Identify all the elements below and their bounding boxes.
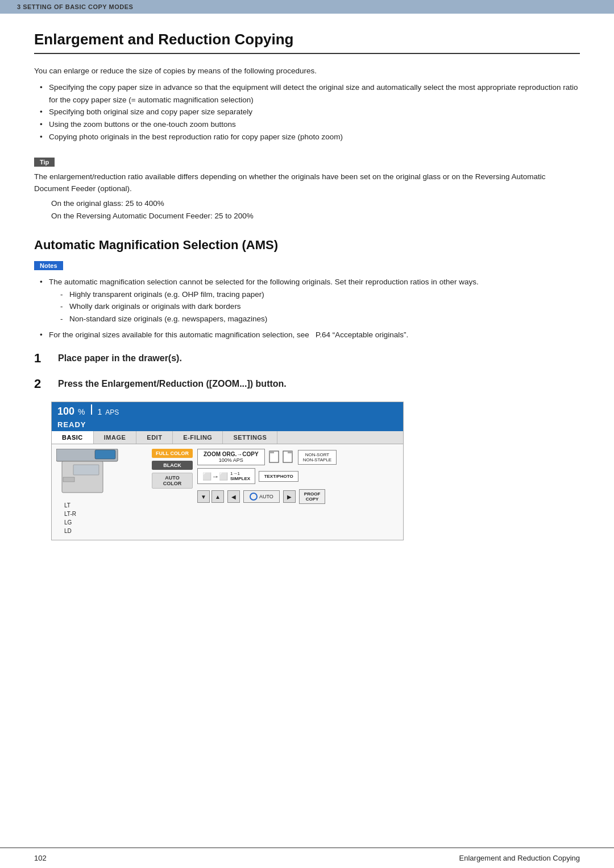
auto-color-button[interactable]: AUTO COLOR xyxy=(152,473,193,489)
intro-text: You can enlarge or reduce the size of co… xyxy=(34,65,580,77)
ui-pct-sign: % xyxy=(78,407,85,416)
ui-separator xyxy=(91,404,92,415)
simplex-text: SIMPLEX xyxy=(230,476,250,481)
main-title: Enlargement and Reduction Copying xyxy=(34,31,580,54)
list-item: Specifying the copy paper size in advanc… xyxy=(40,81,580,106)
ui-bottom-row: ▼ ▲ ◀ AUTO ▶ PROOF COPY xyxy=(197,489,399,504)
notes-bullet-list: The automatic magnification selection ca… xyxy=(40,276,580,341)
proof-copy-button[interactable]: PROOF COPY xyxy=(299,489,325,504)
ui-aps: APS xyxy=(105,408,119,416)
ui-left-panel: LT LT-R LG LD xyxy=(56,449,147,535)
nav-arrows: ▼ ▲ xyxy=(197,490,224,503)
list-item: Using the zoom buttons or the one-touch … xyxy=(40,118,580,131)
step-2-text: Press the Enlargement/Reduction ([ZOOM..… xyxy=(58,377,287,390)
copier-image xyxy=(56,449,119,494)
simplex-label: 1→1 SIMPLEX xyxy=(230,471,250,481)
sort-bottom: NON-STAPLE xyxy=(303,457,332,462)
list-item: Specifying both original size and copy p… xyxy=(40,106,580,118)
copier-svg xyxy=(56,449,119,494)
page-icon-1 xyxy=(268,450,281,465)
tab-settings[interactable]: SETTINGS xyxy=(223,431,277,444)
zoom-bottom: 100% APS xyxy=(204,457,259,463)
intro-bullet-list: Specifying the copy paper size in advanc… xyxy=(40,81,580,143)
step-2-number: 2 xyxy=(34,377,50,391)
step-1-number: 1 xyxy=(34,351,50,366)
tip-label: Tip xyxy=(34,158,55,167)
arrow-up-button[interactable]: ▲ xyxy=(211,490,224,503)
page-icon-2 xyxy=(282,450,294,465)
paper-sizes: LT LT-R LG LD xyxy=(64,501,147,535)
ui-center-panel: FULL COLOR BLACK AUTO COLOR xyxy=(152,449,193,535)
paper-ld: LD xyxy=(64,527,147,535)
tab-basic[interactable]: BASIC xyxy=(52,431,94,444)
svg-rect-1 xyxy=(95,450,115,459)
notes-section: Notes The automatic magnification select… xyxy=(34,261,580,341)
ui-sort-box[interactable]: NON-SORT NON-STAPLE xyxy=(298,450,337,465)
list-item: Non-standard size originals (e.g. newspa… xyxy=(60,313,580,325)
paper-lt: LT xyxy=(64,501,147,510)
page-footer: 102 Enlargement and Reduction Copying xyxy=(0,848,614,868)
paper-ltr: LT-R xyxy=(64,510,147,518)
auto-button[interactable]: AUTO xyxy=(243,490,280,503)
ui-zoom-row: ZOOM ORG.→COPY 100% APS xyxy=(197,449,399,465)
ui-body: LT LT-R LG LD FULL COLOR BLACK AUTO COLO… xyxy=(52,444,403,540)
notes-label: Notes xyxy=(34,261,63,270)
footer-page-number: 102 xyxy=(34,854,47,862)
list-item: Wholly dark originals or originals with … xyxy=(60,300,580,313)
tab-image[interactable]: IMAGE xyxy=(94,431,137,444)
ui-right-panel: ZOOM ORG.→COPY 100% APS xyxy=(197,449,399,535)
page-icons xyxy=(268,450,294,465)
ui-ready: READY xyxy=(57,420,86,429)
arrow-down-button[interactable]: ▼ xyxy=(197,490,210,503)
tab-efiling[interactable]: E-FILING xyxy=(173,431,223,444)
header-text: 3 SETTING OF BASIC COPY MODES xyxy=(17,3,133,10)
footer-title: Enlargement and Reduction Copying xyxy=(459,854,580,862)
proof-line1: PROOF xyxy=(304,491,320,497)
step-1: 1 Place paper in the drawer(s). xyxy=(34,351,580,366)
tab-edit[interactable]: EDIT xyxy=(136,431,173,444)
proof-line2: COPY xyxy=(304,497,320,502)
svg-rect-3 xyxy=(63,477,74,482)
list-item: For the original sizes available for thi… xyxy=(40,329,580,341)
list-item: Highly transparent originals (e.g. OHP f… xyxy=(60,288,580,301)
ui-zoom-box[interactable]: ZOOM ORG.→COPY 100% APS xyxy=(197,449,265,465)
ui-text-photo[interactable]: TEXT/PHOTO xyxy=(259,471,298,482)
zoom-top: ZOOM ORG.→COPY xyxy=(204,451,259,457)
paper-lg: LG xyxy=(64,518,147,527)
svg-rect-6 xyxy=(269,451,274,453)
ui-status-bar: 100 % 1 APS xyxy=(52,402,403,419)
auto-label: AUTO xyxy=(259,494,273,499)
ui-screenshot: 100 % 1 APS READY BASIC IMAGE EDIT E-FIL… xyxy=(51,402,404,540)
black-button[interactable]: BLACK xyxy=(152,461,193,470)
ui-duplex-box[interactable]: ⬜→⬜ 1→1 SIMPLEX xyxy=(197,468,255,484)
svg-rect-4 xyxy=(73,465,99,475)
ui-duplex-row: ⬜→⬜ 1→1 SIMPLEX TEXT/PHOTO xyxy=(197,468,399,484)
svg-rect-8 xyxy=(288,451,292,453)
page-header: 3 SETTING OF BASIC COPY MODES xyxy=(0,0,614,14)
sort-top: NON-SORT xyxy=(303,452,332,457)
tip-detail2: On the Reversing Automatic Document Feed… xyxy=(51,210,580,222)
full-color-button[interactable]: FULL COLOR xyxy=(152,449,193,458)
duplex-icon: ⬜→⬜ xyxy=(202,472,228,481)
ui-percent: 100 xyxy=(57,406,74,418)
list-item: Copying photo originals in the best repr… xyxy=(40,131,580,143)
list-item: The automatic magnification selection ca… xyxy=(40,276,580,325)
page-content: Enlargement and Reduction Copying You ca… xyxy=(0,14,614,574)
section-title: Automatic Magnification Selection (AMS) xyxy=(34,238,580,253)
ui-num: 1 xyxy=(98,407,102,416)
step-1-text: Place paper in the drawer(s). xyxy=(58,351,182,365)
ui-tabs: BASIC IMAGE EDIT E-FILING SETTINGS xyxy=(52,431,403,444)
sub-dash-list: Highly transparent originals (e.g. OHP f… xyxy=(60,288,580,325)
nav-left-button[interactable]: ◀ xyxy=(227,490,240,503)
tip-section: Tip The enlargement/reduction ratio avai… xyxy=(34,152,580,222)
step-2: 2 Press the Enlargement/Reduction ([ZOOM… xyxy=(34,377,580,391)
tip-text: The enlargement/reduction ratio availabl… xyxy=(34,171,580,195)
auto-icon xyxy=(250,493,258,501)
nav-right-button[interactable]: ▶ xyxy=(283,490,296,503)
tip-detail1: On the original glass: 25 to 400% xyxy=(51,197,580,210)
